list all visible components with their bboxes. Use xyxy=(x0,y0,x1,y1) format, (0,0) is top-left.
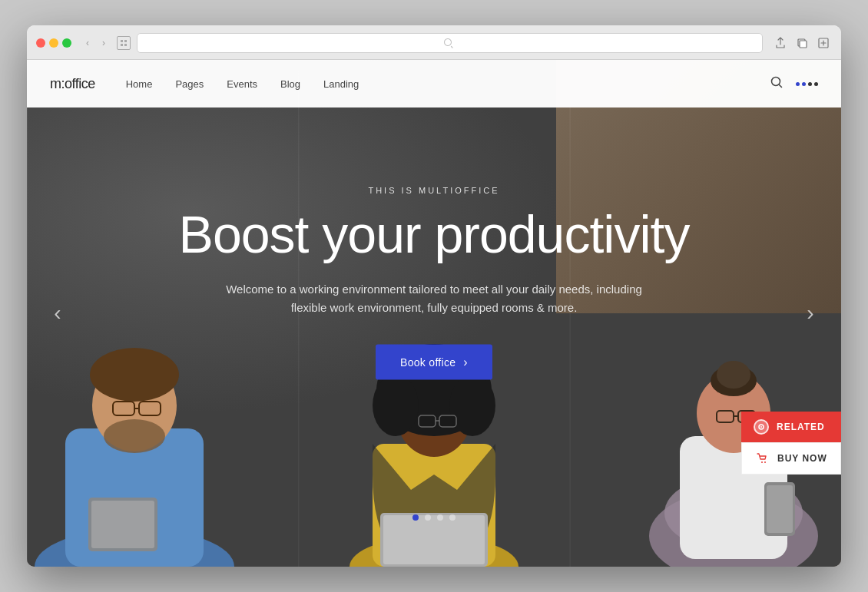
dots-menu-icon[interactable] xyxy=(796,82,818,86)
slider-next-button[interactable]: › xyxy=(795,298,826,329)
nav-item-landing[interactable]: Landing xyxy=(323,78,359,90)
new-tab-button[interactable] xyxy=(815,35,832,51)
svg-rect-26 xyxy=(383,515,485,564)
search-icon[interactable] xyxy=(770,75,784,92)
svg-point-41 xyxy=(764,461,766,463)
svg-rect-37 xyxy=(767,485,793,533)
nav-menu: Home Pages Events Blog Landing xyxy=(126,78,770,90)
slider-dots xyxy=(412,514,456,521)
share-button[interactable] xyxy=(772,35,789,51)
hero-cta-button[interactable]: Book office › xyxy=(376,344,492,379)
floating-buttons: RELATED BUY NOW xyxy=(741,412,841,475)
site-nav: m:office Home Pages Events Blog Landing xyxy=(27,60,841,107)
svg-point-14 xyxy=(104,419,165,453)
related-label: RELATED xyxy=(777,422,825,432)
slider-prev-button[interactable]: ‹ xyxy=(42,298,73,329)
svg-point-39 xyxy=(760,426,762,428)
hero-title: Boost your productivity xyxy=(108,206,760,263)
browser-chrome: ‹ › xyxy=(27,25,841,60)
slider-dot-2[interactable] xyxy=(425,514,431,521)
svg-rect-5 xyxy=(800,41,807,48)
slider-dot-1[interactable] xyxy=(412,514,419,521)
hero-content: THIS IS MULTIOFFICE Boost your productiv… xyxy=(108,186,760,380)
traffic-lights xyxy=(36,38,71,48)
svg-point-40 xyxy=(761,461,763,463)
buy-now-button[interactable]: BUY NOW xyxy=(741,442,841,475)
nav-item-home[interactable]: Home xyxy=(126,78,153,90)
forward-button[interactable]: › xyxy=(97,36,111,50)
nav-item-blog[interactable]: Blog xyxy=(280,78,300,90)
dot-4 xyxy=(814,82,818,86)
svg-point-22 xyxy=(449,375,495,436)
tab-icon xyxy=(117,36,131,50)
nav-right xyxy=(770,75,818,92)
svg-rect-0 xyxy=(121,40,123,42)
dot-3 xyxy=(808,82,812,86)
site-wrapper: m:office Home Pages Events Blog Landing xyxy=(27,60,841,567)
site-logo[interactable]: m:office xyxy=(50,76,95,92)
minimize-button[interactable] xyxy=(49,38,58,48)
browser-window: ‹ › xyxy=(27,25,841,567)
browser-nav: ‹ › xyxy=(81,36,111,50)
nav-item-pages[interactable]: Pages xyxy=(175,78,204,90)
maximize-button[interactable] xyxy=(62,38,71,48)
address-bar[interactable] xyxy=(137,33,763,53)
related-button[interactable]: RELATED xyxy=(741,412,841,442)
cta-arrow-icon: › xyxy=(463,355,468,369)
svg-point-7 xyxy=(772,78,780,86)
duplicate-button[interactable] xyxy=(793,35,810,51)
hero-section: THIS IS MULTIOFFICE Boost your productiv… xyxy=(27,60,841,567)
svg-rect-16 xyxy=(91,501,154,548)
svg-rect-3 xyxy=(124,44,127,46)
related-icon xyxy=(754,419,769,435)
buy-now-label: BUY NOW xyxy=(777,453,827,464)
svg-rect-2 xyxy=(121,44,123,46)
hero-eyebrow: THIS IS MULTIOFFICE xyxy=(108,186,760,195)
hero-subtitle: Welcome to a working environment tailore… xyxy=(211,279,657,316)
cart-icon xyxy=(754,451,770,466)
slider-dot-3[interactable] xyxy=(437,514,443,521)
svg-point-21 xyxy=(373,375,419,436)
close-button[interactable] xyxy=(36,38,45,48)
slider-dot-4[interactable] xyxy=(449,514,456,521)
nav-item-events[interactable]: Events xyxy=(227,78,257,90)
dot-2 xyxy=(802,82,806,86)
browser-actions xyxy=(772,35,832,51)
cta-label: Book office xyxy=(400,356,456,368)
back-button[interactable]: ‹ xyxy=(81,36,94,50)
dot-1 xyxy=(796,82,800,86)
svg-rect-1 xyxy=(124,40,127,42)
